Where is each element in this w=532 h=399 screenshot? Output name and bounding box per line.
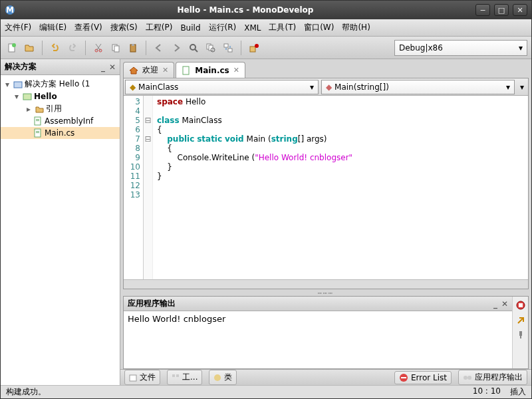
output-toolbar [512, 297, 528, 368]
chevron-down-icon: ▾ [506, 82, 510, 92]
sidebar-close-icon[interactable]: ✕ [109, 63, 116, 72]
tab-close-icon[interactable]: ✕ [233, 66, 239, 74]
chevron-down-icon: ▾ [519, 43, 523, 53]
svg-rect-32 [176, 374, 179, 377]
tree-project[interactable]: ▾Hello [1, 90, 120, 102]
minimize-button[interactable]: ─ [475, 4, 490, 16]
chevron-down-icon: ▾ [310, 82, 314, 92]
svg-rect-29 [519, 331, 522, 336]
code-editor[interactable]: 345678910111213 ⊟ ⊟ space Hello class Ma… [124, 96, 528, 279]
titlebar: M Hello - Main.cs - MonoDevelop ─ □ ✕ [1, 1, 531, 19]
pin-icon[interactable] [516, 330, 525, 339]
tree-solution[interactable]: ▾解决方案 Hello (1 [1, 78, 120, 90]
svg-text:M: M [6, 5, 14, 15]
cursor-position: 10 : 10 [473, 386, 501, 398]
menu-tools[interactable]: 工具(T) [269, 22, 296, 33]
svg-rect-31 [172, 374, 175, 377]
method-selector[interactable]: ◆ Main(string[])▾ [321, 80, 515, 94]
class-selector[interactable]: ◆ MainClass▾ [125, 80, 319, 94]
sidebar-min-icon[interactable]: _ [101, 63, 105, 72]
tree-assemblyinfo[interactable]: AssemblyInf [1, 115, 120, 127]
app-icon: M [5, 5, 15, 15]
paste-icon[interactable] [126, 41, 140, 55]
svg-rect-19 [23, 94, 31, 100]
svg-rect-7 [114, 46, 119, 52]
maximize-button[interactable]: □ [494, 4, 509, 16]
file-icon [182, 66, 191, 75]
output-title: 应用程序输出 [128, 298, 176, 309]
svg-rect-18 [14, 82, 22, 88]
tab-close-icon[interactable]: ✕ [162, 66, 168, 74]
menu-xml[interactable]: XML [244, 23, 261, 33]
solution-sidebar: 解决方案 _✕ ▾解决方案 Hello (1 ▾Hello ▸引用 Assemb… [1, 59, 120, 385]
insert-mode: 插入 [510, 386, 526, 398]
find-files-icon[interactable] [203, 41, 218, 55]
config-selector[interactable]: Debug|x86 ▾ [394, 40, 527, 56]
btab-app-output[interactable]: 应用程序输出 [458, 370, 527, 385]
solution-tree: ▾解决方案 Hello (1 ▾Hello ▸引用 AssemblyInf Ma… [1, 75, 120, 385]
editor-pane: ◆ MainClass▾ ◆ Main(string[])▾ ▾ 3456789… [123, 78, 529, 289]
svg-rect-30 [130, 375, 136, 381]
svg-rect-15 [228, 49, 232, 52]
sidebar-title: 解决方案 [5, 61, 37, 72]
menu-search[interactable]: 搜索(S) [110, 22, 138, 33]
bottom-bar: 文件 工... 类 Error List 应用程序输出 [120, 369, 531, 385]
home-icon [129, 66, 138, 75]
close-button[interactable]: ✕ [513, 4, 527, 16]
svg-rect-22 [36, 120, 39, 121]
run-icon[interactable] [247, 41, 261, 55]
svg-point-10 [190, 45, 196, 50]
splitter[interactable]: ┉┉┉ [123, 291, 529, 295]
nav-options-icon[interactable]: ▾ [516, 82, 528, 92]
undo-icon[interactable] [48, 41, 63, 55]
new-file-icon[interactable] [5, 41, 19, 55]
svg-point-33 [214, 374, 221, 381]
source-text[interactable]: space Hello class MainClass{ public stat… [153, 96, 528, 279]
tree-main-cs[interactable]: Main.cs [1, 127, 120, 139]
redo-icon[interactable] [65, 41, 80, 55]
menu-edit[interactable]: 编辑(E) [39, 22, 66, 33]
menu-project[interactable]: 工程(P) [146, 22, 173, 33]
menu-view[interactable]: 查看(V) [74, 22, 102, 33]
svg-rect-21 [36, 119, 39, 120]
svg-rect-26 [183, 66, 189, 74]
svg-point-37 [467, 376, 471, 380]
svg-rect-25 [36, 132, 39, 133]
menubar: 文件(F) 编辑(E) 查看(V) 搜索(S) 工程(P) Build 运行(R… [1, 19, 531, 37]
menu-window[interactable]: 窗口(W) [304, 22, 334, 33]
output-min-icon[interactable]: _ [493, 299, 497, 309]
svg-point-17 [255, 44, 259, 48]
stop-icon[interactable] [516, 301, 525, 310]
fold-gutter[interactable]: ⊟ ⊟ [144, 96, 153, 279]
btab-classes[interactable]: 类 [209, 370, 237, 385]
replace-icon[interactable] [221, 41, 235, 55]
btab-errors[interactable]: Error List [394, 371, 452, 384]
menu-file[interactable]: 文件(F) [5, 22, 31, 33]
find-icon[interactable] [186, 41, 201, 55]
cut-icon[interactable] [91, 41, 106, 55]
svg-rect-14 [224, 44, 228, 47]
btab-files[interactable]: 文件 [124, 370, 160, 385]
menu-help[interactable]: 帮助(H) [342, 22, 370, 33]
copy-icon[interactable] [108, 41, 123, 55]
output-close-icon[interactable]: ✕ [501, 299, 508, 309]
output-pane: 应用程序输出 _✕ Hello World! cnblogser [123, 296, 529, 369]
clear-icon[interactable] [516, 315, 525, 325]
output-text: Hello World! cnblogser [124, 311, 512, 368]
open-icon[interactable] [22, 41, 37, 55]
window-title: Hello - Main.cs - MonoDevelop [19, 5, 471, 15]
tree-references[interactable]: ▸引用 [1, 102, 120, 115]
h-scrollbar[interactable] [124, 279, 528, 289]
tab-main-cs[interactable]: Main.cs✕ [176, 62, 245, 78]
nav-back-icon[interactable] [152, 41, 166, 55]
nav-fwd-icon[interactable] [169, 41, 184, 55]
svg-rect-9 [132, 44, 134, 46]
editor-tabs: 欢迎✕ Main.cs✕ [120, 59, 531, 78]
config-value: Debug|x86 [399, 43, 443, 53]
tab-welcome[interactable]: 欢迎✕ [123, 62, 174, 78]
svg-rect-24 [36, 131, 39, 132]
menu-build[interactable]: Build [180, 23, 200, 33]
btab-tools[interactable]: 工... [167, 370, 202, 385]
menu-run[interactable]: 运行(R) [209, 22, 237, 33]
svg-rect-35 [401, 377, 406, 378]
